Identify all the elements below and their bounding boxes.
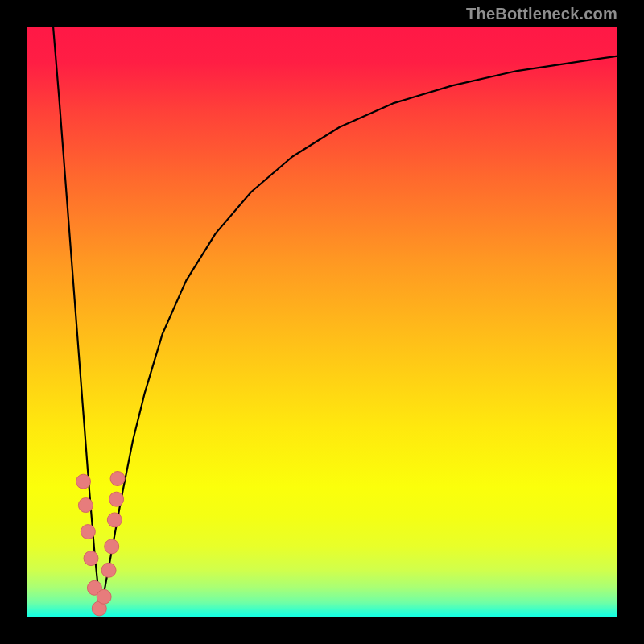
data-point <box>78 498 93 513</box>
chart-plot-area <box>27 27 617 617</box>
data-point <box>76 474 90 489</box>
data-point <box>105 539 119 554</box>
bottleneck-curve <box>53 27 617 612</box>
data-point <box>84 551 98 566</box>
data-point <box>97 589 111 604</box>
chart-container: TheBottleneck.com <box>0 0 644 644</box>
data-points-group <box>76 472 125 616</box>
watermark-text: TheBottleneck.com <box>466 5 617 23</box>
data-point <box>107 513 122 527</box>
data-point <box>80 525 95 539</box>
chart-svg <box>27 27 617 617</box>
data-point <box>109 492 124 506</box>
data-point <box>110 472 125 486</box>
data-point <box>101 563 116 577</box>
